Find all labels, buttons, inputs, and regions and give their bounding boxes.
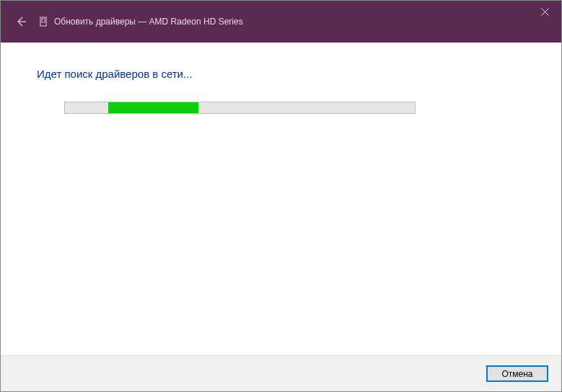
arrow-left-icon — [15, 16, 27, 27]
status-heading: Идет поиск драйверов в сети... — [37, 68, 525, 80]
dialog-window: Обновить драйверы — AMD Radeon HD Series… — [0, 0, 562, 392]
window-title: Обновить драйверы — AMD Radeon HD Series — [54, 17, 243, 27]
content-area: Идет поиск драйверов в сети... — [1, 43, 561, 114]
back-button[interactable] — [14, 14, 28, 29]
progress-bar — [64, 102, 416, 114]
svg-rect-1 — [42, 19, 45, 22]
titlebar: Обновить драйверы — AMD Radeon HD Series — [1, 1, 561, 43]
footer: Отмена — [1, 355, 561, 391]
cancel-button[interactable]: Отмена — [486, 365, 548, 382]
close-button[interactable] — [528, 1, 561, 22]
close-icon — [541, 8, 549, 16]
device-icon — [38, 16, 48, 27]
progress-fill — [108, 102, 198, 113]
